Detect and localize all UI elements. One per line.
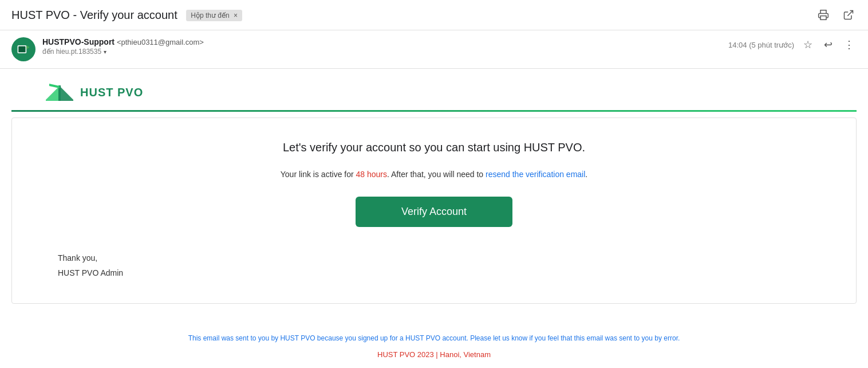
- to-chevron[interactable]: ▾: [104, 49, 106, 55]
- facebook-link[interactable]: Facebook: [440, 365, 473, 368]
- email-meta: 14:04 (5 phút trước) ☆ ↩ ⋮: [728, 37, 857, 52]
- inbox-badge[interactable]: Hộp thư đến ×: [186, 10, 242, 21]
- svg-rect-0: [820, 16, 826, 20]
- svg-marker-6: [60, 86, 73, 101]
- github-link[interactable]: Github: [395, 365, 417, 368]
- email-body: HUST PVO Let's verify your account so yo…: [0, 69, 868, 321]
- star-button[interactable]: ☆: [801, 37, 815, 52]
- footer-copyright: HUST PVO 2023 | Hanoi, Vietnam: [11, 348, 857, 361]
- footer-links: Github Facebook: [11, 365, 857, 368]
- subject-text: HUST PVO - Verify your account: [11, 9, 177, 21]
- svg-rect-3: [18, 46, 25, 53]
- print-button[interactable]: [815, 7, 831, 23]
- sub-text-end: .: [585, 170, 587, 179]
- svg-line-1: [847, 11, 853, 16]
- sender-row: HUSTPVO-Support <pthieu0311@gmail.com> đ…: [0, 30, 868, 69]
- logo-area: HUST PVO: [11, 69, 857, 110]
- email-header: HUST PVO - Verify your account Hộp thư đ…: [0, 0, 868, 30]
- email-card: Let's verify your account so you can sta…: [11, 118, 857, 304]
- reply-button[interactable]: ↩: [822, 37, 835, 52]
- sender-name: HUSTPVO-Support: [42, 37, 115, 46]
- admin-name: HUST PVO Admin: [58, 266, 822, 280]
- verify-account-button[interactable]: Verify Account: [356, 197, 512, 227]
- thank-you-section: Thank you, HUST PVO Admin: [46, 251, 822, 280]
- main-text: Let's verify your account so you can sta…: [46, 141, 822, 154]
- more-options-button[interactable]: ⋮: [842, 37, 857, 52]
- timestamp: 14:04 (5 phút trước): [728, 41, 794, 49]
- logo-text: HUST PVO: [80, 86, 143, 99]
- sender-email: <pthieu0311@gmail.com>: [117, 38, 204, 46]
- sub-text: Your link is active for 48 hours. After …: [46, 168, 822, 181]
- header-icons: [815, 7, 857, 23]
- email-subject: HUST PVO - Verify your account Hộp thư đ…: [11, 9, 815, 22]
- avatar: [11, 37, 35, 61]
- svg-marker-5: [46, 86, 60, 101]
- green-divider: [11, 110, 857, 112]
- sub-text-highlight: 48 hours: [356, 170, 387, 179]
- open-external-button[interactable]: [841, 7, 857, 23]
- footer-disclaimer: This email was sent to you by HUST PVO b…: [11, 332, 857, 345]
- sub-text-after: . After that, you will need to: [387, 170, 486, 179]
- thank-you-text: Thank you,: [58, 251, 822, 265]
- sender-to: đến hieu.pt.183535 ▾: [42, 48, 728, 56]
- sub-text-link: resend the verification email: [486, 170, 585, 179]
- sub-text-before: Your link is active for: [281, 170, 356, 179]
- logo-icon: [44, 80, 76, 104]
- sender-info: HUSTPVO-Support <pthieu0311@gmail.com> đ…: [42, 37, 728, 56]
- svg-marker-8: [49, 84, 60, 88]
- svg-marker-4: [26, 45, 29, 49]
- badge-close[interactable]: ×: [234, 11, 238, 19]
- email-footer: This email was sent to you by HUST PVO b…: [0, 321, 868, 368]
